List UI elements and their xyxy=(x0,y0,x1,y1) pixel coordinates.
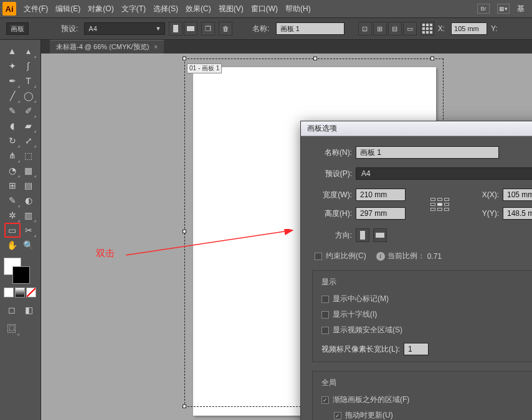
document-tab[interactable]: 未标题-4 @ 66% (CMYK/预览) × xyxy=(50,40,164,54)
menu-help[interactable]: 帮助(H) xyxy=(285,4,311,14)
y-field-label: Y(Y): xyxy=(474,209,499,218)
rectangle-tool-icon[interactable]: ◯ xyxy=(21,88,37,103)
close-icon[interactable]: × xyxy=(154,44,158,50)
video-ruler-input[interactable]: 1 xyxy=(404,343,429,355)
artboard-tool-icon[interactable]: ▭ xyxy=(4,223,21,238)
handle-nw[interactable] xyxy=(183,57,186,60)
display-section: 显示 显示中心标记(M) 显示十字线(I) 显示视频安全区域(S) 视频标尺像素… xyxy=(312,270,532,362)
zoom-tool-icon[interactable]: 🔍 xyxy=(21,238,37,253)
handle-n[interactable] xyxy=(313,57,317,60)
eraser-tool-icon[interactable]: ▰ xyxy=(21,118,37,133)
paintbrush-tool-icon[interactable]: ✎ xyxy=(4,103,21,118)
symbol-sprayer-tool-icon[interactable]: ✲ xyxy=(4,208,21,223)
draw-behind-icon[interactable]: ◧ xyxy=(21,302,37,317)
name-label: 名称: xyxy=(252,24,269,34)
constrain-proportion-checkbox[interactable]: 约束比例(C) xyxy=(315,251,366,261)
slice-tool-icon[interactable]: ✂ xyxy=(21,223,37,238)
shape-builder-tool-icon[interactable]: ◔ xyxy=(4,163,21,178)
handle-sw[interactable] xyxy=(183,404,186,408)
none-mode-icon[interactable] xyxy=(26,287,36,297)
opt-icon-2[interactable]: ⊞ xyxy=(373,22,387,35)
svg-line-2 xyxy=(27,288,36,297)
delete-artboard-icon[interactable]: 🗑 xyxy=(219,22,232,35)
fade-outside-checkbox[interactable]: 渐隐画板之外的区域(F) xyxy=(321,394,532,405)
menu-select[interactable]: 选择(S) xyxy=(153,4,178,14)
orient-landscape-button[interactable] xyxy=(373,228,387,242)
canvas[interactable]: 01 - 画板 1 双击 画板选项 名称(N): 画板 1 预设(P): xyxy=(41,54,532,420)
current-ratio-label: 当前比例： xyxy=(387,251,425,261)
width-input[interactable]: 210 mm xyxy=(356,189,406,201)
show-center-checkbox[interactable]: 显示中心标记(M) xyxy=(321,294,532,304)
menu-view[interactable]: 视图(V) xyxy=(219,4,244,14)
arrange-docs-icon[interactable]: ▦▾ xyxy=(497,4,510,14)
pen-tool-icon[interactable]: ✒ xyxy=(4,73,21,88)
pencil-tool-icon[interactable]: ✐ xyxy=(21,103,37,118)
magic-wand-tool-icon[interactable]: ✦ xyxy=(4,58,21,73)
orient-landscape-icon[interactable] xyxy=(184,22,197,35)
workspace-switcher[interactable]: 基 xyxy=(517,4,525,14)
handle-ne[interactable] xyxy=(430,57,434,60)
width-label: 宽度(W): xyxy=(312,190,352,200)
app-icon: Ai xyxy=(2,2,16,16)
gradient-tool-icon[interactable]: ▤ xyxy=(21,178,37,193)
new-artboard-icon[interactable]: ❐ xyxy=(201,22,215,35)
orient-portrait-icon[interactable] xyxy=(169,22,183,35)
fill-stroke-swatch[interactable] xyxy=(4,258,30,284)
gradient-mode-icon[interactable] xyxy=(15,287,25,297)
eyedropper-tool-icon[interactable]: ✎ xyxy=(4,193,21,208)
opt-icon-4[interactable]: ▭ xyxy=(403,22,417,35)
global-section-title: 全局 xyxy=(321,378,532,388)
update-on-drag-checkbox[interactable]: 拖动时更新(U) xyxy=(334,410,532,420)
reference-point-grid[interactable] xyxy=(430,197,449,211)
menu-type[interactable]: 文字(T) xyxy=(121,4,146,14)
mesh-tool-icon[interactable]: ⊞ xyxy=(4,178,21,193)
menu-object[interactable]: 对象(O) xyxy=(88,4,113,14)
draw-normal-icon[interactable]: ◻ xyxy=(4,302,20,317)
x-input[interactable]: 105 mm xyxy=(451,22,487,35)
selection-tool-icon[interactable]: ▲ xyxy=(4,44,21,58)
info-icon: i xyxy=(376,252,385,261)
annotation-text: 双击 xyxy=(96,248,115,259)
current-ratio-value: 0.71 xyxy=(427,252,442,261)
free-transform-tool-icon[interactable]: ⬚ xyxy=(21,148,37,163)
preset-field-label: 预设(P): xyxy=(312,169,352,179)
menu-effect[interactable]: 效果(C) xyxy=(186,4,211,14)
handle-w[interactable] xyxy=(183,230,186,233)
blob-brush-tool-icon[interactable]: ◖ xyxy=(4,118,21,133)
color-mode-icon[interactable] xyxy=(4,287,14,297)
x-field-input[interactable]: 105 mm xyxy=(503,189,532,201)
lasso-tool-icon[interactable]: ʃ xyxy=(21,58,37,73)
y-field-input[interactable]: 148.5 mm xyxy=(503,207,532,220)
direct-selection-tool-icon[interactable]: ▴ xyxy=(21,44,37,58)
type-tool-icon[interactable]: T xyxy=(21,73,37,88)
height-label: 高度(H): xyxy=(312,208,352,219)
preset-field-select[interactable]: A4▼ xyxy=(356,167,532,180)
menu-file[interactable]: 文件(F) xyxy=(24,4,48,14)
menu-bar: 文件(F) 编辑(E) 对象(O) 文字(T) 选择(S) 效果(C) 视图(V… xyxy=(24,4,311,14)
svg-rect-4 xyxy=(360,231,365,240)
perspective-grid-tool-icon[interactable]: ▦ xyxy=(21,163,37,178)
menu-edit[interactable]: 编辑(E) xyxy=(55,4,80,14)
bridge-icon[interactable]: Br xyxy=(477,4,490,14)
rotate-tool-icon[interactable]: ↻ xyxy=(4,133,21,148)
opt-icon-1[interactable]: ⊡ xyxy=(358,22,372,35)
scale-tool-icon[interactable]: ⤢ xyxy=(21,133,37,148)
reference-point-icon[interactable] xyxy=(420,22,434,35)
show-video-safe-checkbox[interactable]: 显示视频安全区域(S) xyxy=(321,325,532,335)
blend-tool-icon[interactable]: ◐ xyxy=(21,193,37,208)
artboard-name-input[interactable]: 画板 1 xyxy=(276,22,344,35)
show-cross-checkbox[interactable]: 显示十字线(I) xyxy=(321,309,532,320)
height-input[interactable]: 297 mm xyxy=(356,207,406,220)
hand-tool-icon[interactable]: ✋ xyxy=(4,238,21,253)
preset-dropdown[interactable]: A4▼ xyxy=(84,22,165,35)
width-tool-icon[interactable]: ⋔ xyxy=(4,148,21,163)
video-ruler-label: 视频标尺像素长宽比(L): xyxy=(321,344,400,355)
name-field-input[interactable]: 画板 1 xyxy=(356,146,499,159)
line-tool-icon[interactable]: ╱ xyxy=(4,88,21,103)
column-graph-tool-icon[interactable]: ▥ xyxy=(21,208,37,223)
orient-portrait-button[interactable] xyxy=(356,228,369,242)
document-tab-title: 未标题-4 @ 66% (CMYK/预览) xyxy=(56,42,149,52)
screen-mode-icon[interactable]: ⿴ xyxy=(4,321,20,336)
opt-icon-3[interactable]: ⊟ xyxy=(388,22,402,35)
menu-window[interactable]: 窗口(W) xyxy=(251,4,278,14)
